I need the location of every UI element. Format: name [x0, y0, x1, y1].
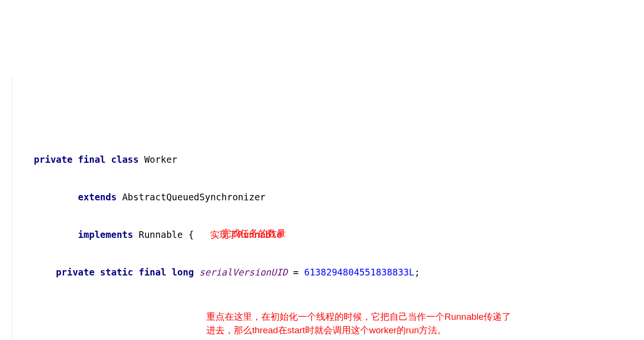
class-name: Worker — [144, 154, 177, 165]
kw-long: long — [172, 267, 194, 277]
type-runnable: Runnable — [139, 229, 183, 240]
code-line-1[interactable]: private final class Worker — [17, 150, 644, 169]
kw-extends: extends — [78, 192, 117, 202]
code-line-3[interactable]: implements Runnable { 实现了Runnable — [17, 225, 644, 244]
kw-final: final — [139, 267, 166, 277]
annotation-init-line2: 进去，那么thread在start时就会调用这个worker的run方法。 — [206, 321, 446, 340]
annotation-completedTasks: 完成任务的数量 — [222, 224, 286, 243]
code-editor: private final class Worker extends Abstr… — [0, 75, 644, 340]
kw-private: private — [34, 154, 72, 165]
brace-open: { — [188, 229, 194, 240]
kw-private: private — [56, 267, 94, 277]
kw-class: class — [111, 154, 139, 165]
field-svuid: serialVersionUID — [200, 267, 288, 277]
kw-implements: implements — [78, 229, 133, 240]
code-line-2[interactable]: extends AbstractQueuedSynchronizer — [17, 188, 644, 207]
kw-static: static — [100, 267, 134, 277]
eq: = — [288, 267, 304, 277]
number-literal: 6138294804551838833L — [304, 267, 415, 277]
gutter — [0, 75, 12, 340]
type-aqs: AbstractQueuedSynchronizer — [122, 192, 265, 202]
kw-final: final — [78, 154, 106, 165]
semi: ; — [415, 267, 420, 277]
code-line-4[interactable]: private static final long serialVersionU… — [17, 263, 644, 282]
